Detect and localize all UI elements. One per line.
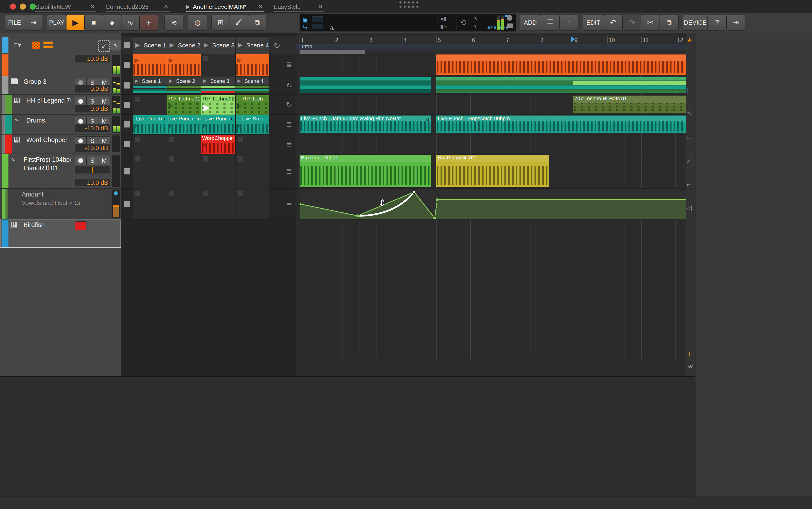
- row-action-icon[interactable]: ↻: [286, 100, 292, 109]
- mute-button[interactable]: M: [98, 97, 110, 106]
- clip-slot[interactable]: Live-Punch-▶ʋ: [201, 115, 235, 134]
- row-action-icon[interactable]: ≣: [286, 120, 292, 129]
- scene-play-icon[interactable]: ▶: [203, 78, 207, 83]
- group-mini-clip[interactable]: [133, 89, 167, 91]
- capture-midi-button[interactable]: 🖉: [230, 14, 248, 31]
- pen-tool-icon[interactable]: ✎: [687, 110, 692, 117]
- clip-play-icon[interactable]: ▶: [134, 57, 139, 64]
- redo-button[interactable]: ↷: [623, 14, 642, 31]
- track-color-strip[interactable]: [2, 76, 8, 94]
- clip-slot[interactable]: [235, 154, 270, 189]
- record-arm-button[interactable]: [75, 222, 87, 230]
- clip-slot[interactable]: Live-Smo▶: [235, 115, 270, 134]
- clip-stop-button[interactable]: [124, 62, 130, 68]
- clip-slot[interactable]: [201, 189, 235, 219]
- scene-launch-button[interactable]: ▶Scene 3: [201, 36, 235, 54]
- scene-play-icon[interactable]: ▶: [238, 41, 243, 48]
- solo-button[interactable]: S: [87, 156, 98, 165]
- document-tab[interactable]: EasyStyle✕: [273, 2, 324, 12]
- scene-launch-button[interactable]: ▶Scene 4: [235, 36, 270, 54]
- snap-toggle-icon[interactable]: +: [687, 350, 691, 358]
- track-list-menu-icon[interactable]: ≡▾: [13, 41, 21, 49]
- layered-editing-button[interactable]: ≋: [164, 14, 184, 31]
- file-button[interactable]: FILE: [5, 14, 24, 31]
- track-color-strip[interactable]: [5, 115, 12, 134]
- automation-active-dot[interactable]: [114, 191, 118, 195]
- zoom-fit-icon[interactable]: ⤢: [98, 40, 110, 52]
- play-menu-button[interactable]: PLAY: [47, 14, 66, 31]
- group-clip[interactable]: [299, 77, 431, 94]
- scene-launch-button[interactable]: ▶Scene 1: [133, 36, 167, 54]
- group-mini-clip[interactable]: [235, 86, 269, 88]
- group-scene-button[interactable]: ▶Scene 2: [167, 76, 201, 86]
- copy-button[interactable]: ⧉: [660, 14, 679, 31]
- arranger-clip[interactable]: Live-Punch - Jam 90bpm Swing Rim NoHatʋ: [299, 115, 431, 133]
- track-row[interactable]: HH cl Legend 707SM0.0 dB: [0, 95, 121, 115]
- clip-slot[interactable]: [167, 154, 201, 189]
- follow-playback-icon[interactable]: ∿: [110, 40, 121, 50]
- timeline-ruler[interactable]: 123456789101112Intro: [296, 36, 686, 55]
- import-export-button[interactable]: ⇥: [726, 14, 745, 31]
- clip-slot[interactable]: [167, 135, 201, 154]
- scene-play-icon[interactable]: ▶: [135, 78, 138, 83]
- group-mini-clip[interactable]: [235, 89, 269, 91]
- record-arm-button[interactable]: [75, 97, 87, 106]
- stop-all-clips-button[interactable]: [124, 42, 130, 48]
- track-color-strip[interactable]: [2, 219, 8, 247]
- minimize-window-button[interactable]: [20, 3, 26, 10]
- volume-readout[interactable]: 0.0 dB: [75, 105, 110, 112]
- arranger-clip[interactable]: 707 Techno Hi-Hats 01: [573, 96, 686, 113]
- maximize-window-button[interactable]: [30, 3, 36, 10]
- clip-slot[interactable]: ▶: [133, 54, 167, 76]
- clip-play-icon[interactable]: ▶: [237, 57, 242, 64]
- punch-in-icon[interactable]: ◂▮: [440, 15, 446, 22]
- track-row[interactable]: ∿FirstFrost 104bpm BmPianoRiff 01SM-10.0…: [0, 154, 121, 189]
- clip-slot[interactable]: Live-Punch- In▶: [167, 115, 201, 134]
- clip-slot[interactable]: ▶: [167, 54, 201, 76]
- clip-stop-button[interactable]: [124, 201, 130, 207]
- group-scene-button[interactable]: ▶Scene 4: [235, 76, 270, 86]
- track-color-strip[interactable]: [2, 54, 8, 76]
- add-instrument-track-button[interactable]: 𝄚: [541, 14, 560, 31]
- tab-close-icon[interactable]: ✕: [258, 3, 263, 10]
- scene-play-icon[interactable]: ▶: [237, 78, 241, 83]
- track-color-strip[interactable]: [5, 135, 12, 154]
- clip-stop-button[interactable]: [124, 141, 130, 147]
- row-action-icon[interactable]: ≣: [286, 199, 292, 208]
- add-track-button[interactable]: ⊞: [212, 14, 230, 31]
- metronome-icon[interactable]: ◮: [330, 24, 334, 31]
- audition-tool-icon[interactable]: ◁: [687, 204, 692, 211]
- knife-tool-icon[interactable]: ⟋: [687, 157, 691, 165]
- arranger-clip[interactable]: [436, 55, 686, 75]
- edit-menu-button[interactable]: EDIT: [583, 14, 604, 31]
- clip-slot[interactable]: [133, 135, 167, 154]
- group-mini-clip[interactable]: [167, 91, 201, 93]
- volume-readout[interactable]: -10.0 dB: [75, 55, 110, 63]
- clip-play-icon[interactable]: ▶: [169, 57, 173, 64]
- clip-slot[interactable]: [133, 154, 167, 189]
- document-tab[interactable]: ▶AnotherLevelMAIN*✕: [186, 2, 264, 12]
- group-mini-clip[interactable]: [235, 91, 269, 93]
- close-window-button[interactable]: [10, 3, 16, 10]
- scene-refresh-icon[interactable]: ↻: [273, 41, 280, 50]
- row-action-icon[interactable]: ≣: [286, 60, 292, 69]
- track-row[interactable]: AmountVowels and Heat » Curves: [0, 189, 121, 219]
- clip-slot[interactable]: [235, 189, 270, 219]
- automation-write-button[interactable]: ∿: [121, 14, 139, 31]
- pan-fader-handle[interactable]: [92, 167, 93, 173]
- pan-fader[interactable]: [75, 166, 110, 173]
- clip-slot[interactable]: [133, 189, 167, 219]
- device-menu-button[interactable]: DEVICE: [683, 14, 708, 31]
- group-mini-clip[interactable]: [167, 86, 201, 88]
- rows-view-icon[interactable]: [43, 41, 53, 48]
- automation-curve[interactable]: [299, 189, 686, 219]
- arranger-clip[interactable]: Bm PianoRiff 01: [299, 155, 431, 188]
- clip-slot[interactable]: [133, 95, 167, 115]
- track-row[interactable]: ∿DrumsSM-10.0 dB: [0, 115, 121, 135]
- row-action-icon[interactable]: ≣: [286, 167, 292, 176]
- clip-slot[interactable]: 707 Techno01▶: [167, 95, 201, 115]
- clip-slot[interactable]: ▶: [235, 54, 270, 76]
- ibeam-tool-icon[interactable]: I: [687, 87, 689, 94]
- master-record-icon[interactable]: [507, 15, 513, 21]
- volume-readout[interactable]: 0.0 dB: [75, 85, 110, 93]
